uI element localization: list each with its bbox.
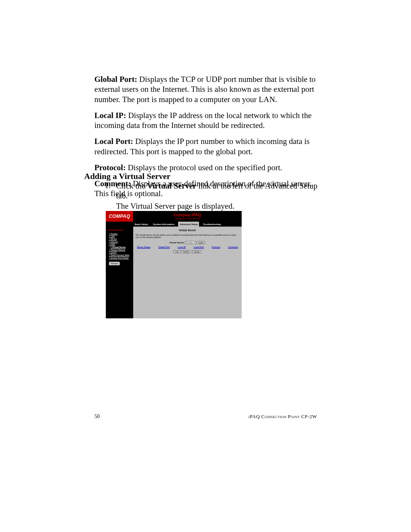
main-panel: Virtual Server The Virtual Server servic…	[133, 227, 242, 318]
list-item: 1. Click the Virtual Server link at the …	[105, 181, 318, 211]
apply-button[interactable]: Apply	[197, 241, 205, 244]
modify-button[interactable]: Modify	[182, 250, 191, 253]
ordered-list: 1. Click the Virtual Server link at the …	[105, 181, 318, 211]
sidebar-item-access-point[interactable]: > Access Point Setup	[109, 257, 132, 259]
def-local-port: Local Port: Displays the IP port number …	[94, 136, 317, 157]
sidebar-item-internet[interactable]: > Internet	[109, 241, 132, 243]
sidebar-item-wlan[interactable]: > WLAN	[109, 238, 132, 240]
def-local-ip: Local IP: Displays the IP address on the…	[94, 110, 317, 131]
virtual-server-select[interactable]: Disable ▾	[185, 241, 196, 244]
tab-troubleshooting[interactable]: Troubleshooting	[201, 222, 222, 227]
list-body: Click the Virtual Server link at the lef…	[116, 181, 318, 211]
col-local-ip[interactable]: Local IP	[178, 246, 186, 248]
sidebar: Advanced Setup > System > LAN > WLAN > I…	[106, 227, 133, 318]
step-bold: Virtual Server	[147, 181, 196, 190]
list-number: 1.	[105, 181, 116, 211]
embedded-screenshot: COMPAQ Compaq iPAQ Connection Point CP-2…	[106, 211, 242, 318]
table-button-row: Add Modify Delete	[135, 251, 239, 253]
control-row: Virtual Server Disable ▾ Apply	[135, 241, 239, 244]
add-button[interactable]: Add	[174, 250, 180, 253]
panel-title: Virtual Server	[135, 229, 239, 232]
footer-doc-title: iPAQ Connection Point CP-2W	[249, 414, 317, 420]
def-global-port: Global Port: Displays the TCP or UDP por…	[94, 74, 317, 104]
header-bar: COMPAQ Compaq iPAQ Connection Point CP-2…	[106, 211, 242, 222]
sidebar-item-static-routing[interactable]: > Static Routing Table	[109, 254, 132, 256]
col-comment[interactable]: Comment	[228, 246, 238, 248]
document-page: Global Port: Displays the TCP or UDP por…	[0, 0, 411, 532]
col-global-port[interactable]: Global Port	[158, 246, 170, 248]
sidebar-item-virtual-server[interactable]: > Virtual Server	[110, 246, 132, 248]
sidebar-item-lan[interactable]: > LAN	[109, 235, 132, 238]
table-header-row: Server Status Global Port Local IP Local…	[135, 246, 239, 248]
tab-system-information[interactable]: System Information	[151, 222, 176, 227]
sidebar-heading: Advanced Setup	[107, 229, 132, 231]
sidebar-item-dmz[interactable]: > DMZ	[109, 243, 132, 246]
step-text: The Virtual Server page is displayed.	[116, 201, 234, 211]
product-title: Compaq iPAQ	[133, 213, 242, 217]
delete-button[interactable]: Delete	[192, 250, 201, 253]
col-server-status[interactable]: Server Status	[137, 246, 150, 248]
refresh-button[interactable]: Refresh	[109, 262, 120, 265]
step-text: Click the	[116, 181, 147, 190]
header-title-stack: Compaq iPAQ Connection Point CP-2W	[133, 213, 242, 220]
control-label: Virtual Server	[169, 241, 184, 244]
sidebar-item-packet-filtering[interactable]: > Packet Filtering	[109, 249, 132, 251]
sidebar-item-dhcp[interactable]: > DHCP	[109, 251, 132, 254]
section-heading: Adding a Virtual Server	[84, 171, 170, 181]
nav-tabs: Basic Setup System Information Advanced …	[106, 222, 242, 227]
col-local-port[interactable]: Local Port	[194, 246, 204, 248]
page-number: 50	[94, 414, 100, 420]
tab-basic-setup[interactable]: Basic Setup	[133, 222, 149, 227]
col-protocol[interactable]: Protocol	[212, 246, 220, 248]
tab-advanced-setup[interactable]: Advanced Setup	[178, 222, 199, 227]
page-footer: 50 iPAQ Connection Point CP-2W	[94, 414, 317, 420]
sidebar-item-system[interactable]: > System	[109, 233, 132, 235]
product-subtitle: Connection Point CP-2W	[133, 217, 242, 220]
window-body: Advanced Setup > System > LAN > WLAN > I…	[106, 227, 242, 318]
panel-description: The Virtual Server service allows you to…	[135, 234, 239, 238]
router-window: COMPAQ Compaq iPAQ Connection Point CP-2…	[106, 211, 242, 318]
compaq-logo: COMPAQ	[106, 211, 133, 222]
